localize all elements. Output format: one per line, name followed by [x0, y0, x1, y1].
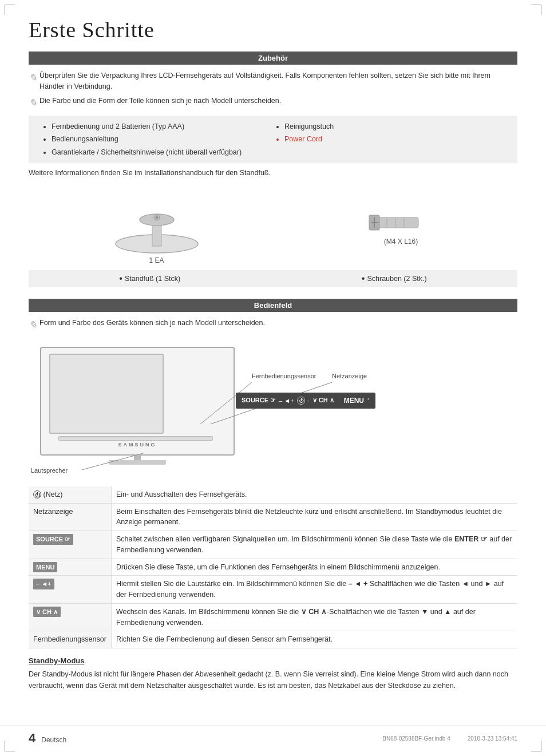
source-key: SOURCE ☞ — [33, 534, 73, 545]
tv-brand: SAMSUNG — [118, 442, 156, 448]
accessory-item: Reinigungstuch — [284, 120, 508, 133]
standby-title: Standby-Modus — [29, 656, 517, 665]
items-bar: Standfuß (1 Stck) Schrauben (2 Stk.) — [29, 270, 517, 287]
value-cell: Wechseln des Kanals. Im Bildschirmmenü k… — [111, 603, 517, 631]
power-cord-item: Power Cord — [284, 133, 508, 146]
screw-product: (M4 X L16) — [367, 211, 436, 246]
accessories-right: Reinigungstuch Power Cord — [275, 120, 508, 159]
page: Erste Schritte Zubehör ✎ Überprüfen Sie … — [0, 0, 546, 756]
page-number: 4 — [29, 731, 35, 746]
footer: 4 Deutsch BN68-02588BF-Ger.indb 4 2010-3… — [0, 726, 546, 746]
tv-body: SAMSUNG — [40, 347, 235, 456]
key-cell: ⏻ (Netz) — [29, 486, 111, 503]
bedienfeld-section: Bedienfeld ✎ Form und Farbe des Geräts k… — [29, 299, 517, 691]
svg-point-4 — [156, 216, 158, 219]
svg-rect-5 — [378, 217, 418, 228]
bedienfeld-header: Bedienfeld — [29, 299, 517, 312]
note-icon-3: ✎ — [29, 318, 37, 333]
footer-date: 2010-3-23 13:54:41 — [468, 735, 517, 742]
product-section: 1 EA (M4 X L16) — [29, 187, 517, 270]
info-line: Weitere Informationen finden Sie im Inst… — [29, 168, 517, 179]
vol-key: – ◄+ — [33, 579, 54, 589]
menu-key: MENU — [33, 562, 57, 573]
tv-stand-base — [109, 460, 166, 465]
screw-item: Schrauben (2 Stk.) — [362, 274, 427, 284]
key-cell: MENU — [29, 559, 111, 576]
tv-screen — [49, 354, 164, 434]
source-label: SOURCE ☞ — [242, 397, 276, 404]
corner-tl — [5, 5, 15, 15]
accessory-item: Garantiekarte / Sicherheitshinweise (nic… — [52, 146, 275, 159]
control-bar: SOURCE ☞ – ◄+ ⏻ · ∨ CH ∧ MENU ° — [236, 393, 375, 409]
accessory-item: Fernbedienung und 2 Batterien (Typ AAA) — [52, 120, 275, 133]
accessories-grid: Fernbedienung und 2 Batterien (Typ AAA) … — [29, 116, 517, 164]
table-row: Fernbedienungssensor Richten Sie die Fer… — [29, 631, 517, 648]
note-icon-2: ✎ — [29, 96, 37, 111]
screw-illustration — [367, 211, 436, 236]
table-row: SOURCE ☞ Schaltet zwischen allen verfügb… — [29, 531, 517, 559]
table-row: ∨ CH ∧ Wechseln des Kanals. Im Bildschir… — [29, 603, 517, 631]
power-button-icon[interactable]: ⏻ — [297, 397, 305, 405]
lautsprecher-label: Lautsprecher — [31, 467, 68, 474]
stand-product: 1 EA — [111, 192, 203, 264]
note2: ✎ Die Farbe und die Form der Teile könne… — [29, 96, 517, 111]
table-row: – ◄+ Hiermit stellen Sie die Lautstärke … — [29, 576, 517, 604]
key-cell: Fernbedienungssensor — [29, 631, 111, 648]
page-title: Erste Schritte — [29, 17, 517, 42]
bedienfeld-note: ✎ Form und Farbe des Geräts können sich … — [29, 318, 517, 333]
menu-label: MENU — [344, 397, 364, 405]
speaker-bar — [58, 436, 213, 441]
dot-sep: · — [308, 397, 310, 404]
value-cell: Beim Einschalten des Fernsehgeräts blink… — [111, 503, 517, 531]
footer-language: Deutsch — [41, 736, 66, 744]
vol-label: – ◄+ — [279, 397, 294, 404]
value-cell: Richten Sie die Fernbedienung auf diesen… — [111, 631, 517, 648]
corner-tr — [531, 5, 541, 15]
stand-illustration — [111, 192, 203, 255]
standby-section: Standby-Modus Der Standby-Modus ist nich… — [29, 656, 517, 691]
key-cell: ∨ CH ∧ — [29, 603, 111, 631]
ch-label: ∨ CH ∧ — [312, 397, 334, 404]
fernbedienung-label: Fernbedienungssensor — [252, 373, 316, 379]
accessories-left: Fernbedienung und 2 Batterien (Typ AAA) … — [42, 120, 275, 159]
screw-label: (M4 X L16) — [384, 238, 418, 246]
key-cell: Netzanzeige — [29, 503, 111, 531]
table-row: MENU Drücken Sie diese Taste, um die Fun… — [29, 559, 517, 576]
note-icon-1: ✎ — [29, 70, 37, 86]
button-table: ⏻ (Netz) Ein- und Ausschalten des Fernse… — [29, 486, 517, 648]
product-count-label: 1 EA — [149, 256, 164, 264]
value-cell: Schaltet zwischen allen verfügbaren Sign… — [111, 531, 517, 559]
note1: ✎ Überprüfen Sie die Verpackung Ihres LC… — [29, 70, 517, 92]
ch-key: ∨ CH ∧ — [33, 607, 61, 618]
netz-label: (Netz) — [43, 490, 62, 498]
footer-file: BN68-02588BF-Ger.indb 4 — [382, 735, 450, 742]
power-icon: ⏻ — [33, 490, 41, 498]
accessory-item: Bedienungsanleitung — [52, 133, 275, 146]
value-cell: Drücken Sie diese Taste, um die Funktion… — [111, 559, 517, 576]
stand-item: Standfuß (1 Stck) — [119, 274, 180, 284]
tv-diagram: SAMSUNG Fernbedienungssensor Netzanzeige — [29, 341, 517, 478]
tv-stand-neck — [134, 454, 141, 460]
value-cell: Hiermit stellen Sie die Lautstärke ein. … — [111, 576, 517, 604]
zubehor-header: Zubehör — [29, 52, 517, 65]
value-cell: Ein- und Ausschalten des Fernsehgeräts. — [111, 486, 517, 503]
menu-circle: ° — [367, 398, 370, 403]
table-row: ⏻ (Netz) Ein- und Ausschalten des Fernse… — [29, 486, 517, 503]
netzanzeige-label: Netzanzeige — [332, 373, 367, 379]
key-cell: SOURCE ☞ — [29, 531, 111, 559]
key-cell: – ◄+ — [29, 576, 111, 604]
table-row: Netzanzeige Beim Einschalten des Fernseh… — [29, 503, 517, 531]
standby-text: Der Standby-Modus ist nicht für längere … — [29, 668, 517, 691]
